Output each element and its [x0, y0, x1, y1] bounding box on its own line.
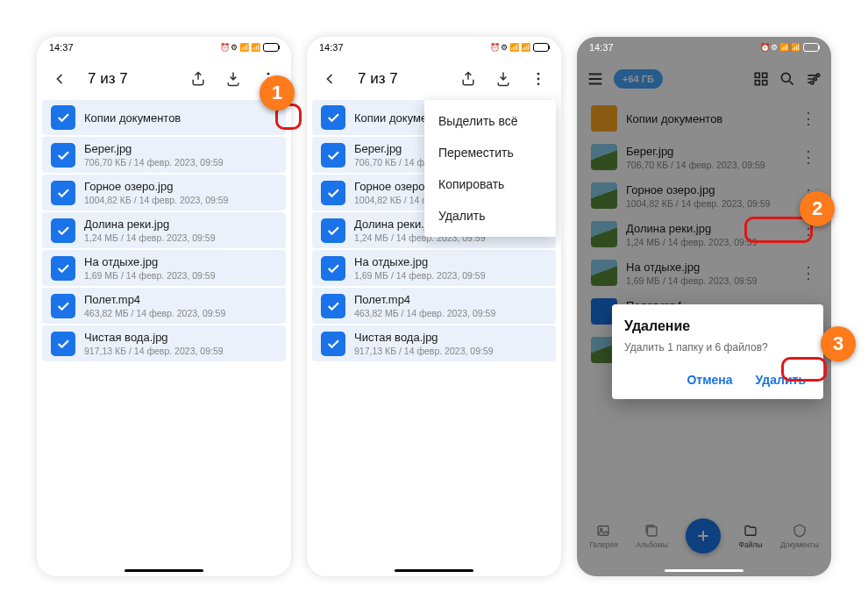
dialog-title: Удаление — [624, 318, 811, 334]
app-bar: 7 из 7 — [307, 58, 561, 100]
checkbox-checked-icon[interactable] — [321, 332, 345, 356]
delete-dialog: Удаление Удалить 1 папку и 6 файлов? Отм… — [612, 304, 823, 399]
selection-count: 7 из 7 — [349, 70, 449, 88]
file-meta: 463,82 МБ / 14 февр. 2023, 09:59 — [84, 308, 277, 318]
file-name: На отдыхе.jpg — [354, 255, 547, 268]
file-name: На отдыхе.jpg — [84, 255, 277, 268]
checkbox-checked-icon[interactable] — [51, 332, 75, 356]
status-icons: ⏰ ⚙ 📶 📶 — [490, 43, 549, 52]
status-bar-overlay: 14:37 ⏰ ⚙ 📶 📶 — [577, 37, 831, 58]
checkbox-checked-icon[interactable] — [51, 256, 75, 281]
file-meta: 917,13 КБ / 14 февр. 2023, 09:59 — [84, 346, 277, 356]
checkbox-checked-icon[interactable] — [321, 181, 345, 205]
checkbox-checked-icon[interactable] — [321, 143, 345, 168]
checkbox-checked-icon[interactable] — [51, 105, 75, 130]
highlight-confirm-delete — [781, 357, 827, 382]
checkbox-checked-icon[interactable] — [51, 181, 75, 205]
file-name: Полет.mp4 — [84, 293, 277, 306]
file-name: Горное озеро.jpg — [84, 180, 277, 193]
file-row[interactable]: На отдыхе.jpg1,69 МБ / 14 февр. 2023, 09… — [312, 250, 556, 286]
checkbox-checked-icon[interactable] — [51, 143, 75, 168]
file-name: Берег.jpg — [84, 142, 277, 155]
menu-move[interactable]: Переместить — [424, 137, 556, 168]
file-row[interactable]: Полет.mp4463,82 МБ / 14 февр. 2023, 09:5… — [42, 288, 286, 324]
status-bar: 14:37 ⏰ ⚙ 📶 📶 — [37, 37, 291, 58]
more-button[interactable] — [523, 63, 554, 95]
file-meta: 706,70 КБ / 14 февр. 2023, 09:59 — [84, 157, 277, 168]
checkbox-checked-icon[interactable] — [321, 256, 345, 281]
file-row[interactable]: Горное озеро.jpg1004,82 КБ / 14 февр. 20… — [42, 175, 286, 211]
checkbox-checked-icon[interactable] — [321, 105, 345, 130]
file-name: Чистая вода.jpg — [354, 331, 547, 344]
dialog-message: Удалить 1 папку и 6 файлов? — [624, 341, 811, 353]
checkbox-checked-icon[interactable] — [321, 218, 345, 243]
status-icons: ⏰ ⚙ 📶 📶 — [760, 43, 819, 52]
svg-point-5 — [537, 82, 540, 85]
share-button[interactable] — [182, 63, 214, 95]
svg-point-4 — [537, 78, 540, 81]
file-name: Чистая вода.jpg — [84, 331, 277, 344]
file-list: Копии документовБерег.jpg706,70 КБ / 14 … — [37, 100, 291, 361]
phone-screen-3: 14:37 ⏰ ⚙ 📶 📶 +64 ГБ Копии документов⋮Бе… — [577, 37, 831, 576]
file-meta: 1004,82 КБ / 14 февр. 2023, 09:59 — [84, 195, 277, 205]
phone-screen-2: 14:37 ⏰ ⚙ 📶 📶 7 из 7 Копии документовБер… — [307, 37, 561, 576]
file-meta: 463,82 МБ / 14 февр. 2023, 09:59 — [354, 308, 547, 318]
status-bar: 14:37 ⏰ ⚙ 📶 📶 — [307, 37, 561, 58]
file-meta: 1,69 МБ / 14 февр. 2023, 09:59 — [84, 270, 277, 281]
callout-1: 1 — [260, 75, 295, 111]
file-row[interactable]: На отдыхе.jpg1,69 МБ / 14 февр. 2023, 09… — [42, 250, 286, 286]
home-indicator — [665, 569, 743, 572]
status-time: 14:37 — [589, 42, 614, 53]
app-bar: 7 из 7 — [37, 58, 291, 100]
highlight-delete-menu — [744, 217, 813, 243]
file-meta: 1,24 МБ / 14 февр. 2023, 09:59 — [84, 232, 277, 243]
download-button[interactable] — [217, 63, 249, 95]
file-name: Долина реки.jpg — [84, 218, 277, 231]
file-row[interactable]: Чистая вода.jpg917,13 КБ / 14 февр. 2023… — [312, 325, 556, 361]
menu-select-all[interactable]: Выделить всё — [424, 105, 556, 137]
svg-point-0 — [267, 73, 270, 75]
selection-count: 7 из 7 — [79, 70, 179, 88]
menu-delete[interactable]: Удалить — [424, 200, 556, 232]
menu-copy[interactable]: Копировать — [424, 168, 556, 200]
dialog-cancel-button[interactable]: Отмена — [681, 369, 737, 390]
context-menu: Выделить всё Переместить Копировать Удал… — [424, 100, 556, 237]
status-time: 14:37 — [319, 42, 344, 53]
svg-point-3 — [537, 73, 540, 75]
home-indicator — [125, 569, 203, 572]
checkbox-checked-icon[interactable] — [321, 294, 345, 318]
file-row[interactable]: Копии документов — [42, 100, 286, 135]
home-indicator — [395, 569, 473, 572]
back-button[interactable] — [44, 63, 75, 95]
status-time: 14:37 — [49, 42, 74, 53]
file-row[interactable]: Чистая вода.jpg917,13 КБ / 14 февр. 2023… — [42, 325, 286, 361]
file-meta: 1,69 МБ / 14 февр. 2023, 09:59 — [354, 270, 547, 281]
phone-screen-1: 14:37 ⏰ ⚙ 📶 📶 7 из 7 Копии документовБер… — [37, 37, 291, 576]
file-row[interactable]: Полет.mp4463,82 МБ / 14 февр. 2023, 09:5… — [312, 288, 556, 324]
status-icons: ⏰ ⚙ 📶 📶 — [220, 43, 279, 52]
file-name: Копии документов — [84, 111, 277, 125]
file-name: Полет.mp4 — [354, 293, 547, 306]
callout-3: 3 — [821, 326, 856, 361]
share-button[interactable] — [452, 63, 484, 95]
back-button[interactable] — [314, 63, 345, 95]
file-meta: 917,13 КБ / 14 февр. 2023, 09:59 — [354, 346, 547, 356]
file-row[interactable]: Долина реки.jpg1,24 МБ / 14 февр. 2023, … — [42, 212, 286, 248]
checkbox-checked-icon[interactable] — [51, 218, 75, 243]
download-button[interactable] — [487, 63, 519, 95]
callout-2: 2 — [800, 191, 835, 226]
checkbox-checked-icon[interactable] — [51, 294, 75, 318]
file-row[interactable]: Берег.jpg706,70 КБ / 14 февр. 2023, 09:5… — [42, 137, 286, 173]
